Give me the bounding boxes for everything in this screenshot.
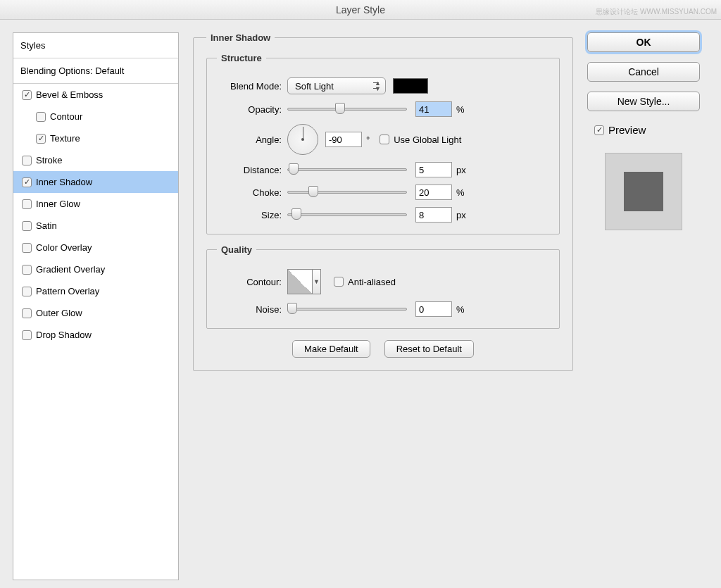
choke-label: Choke: <box>217 187 287 198</box>
window-title: Layer Style <box>336 4 385 15</box>
distance-input[interactable] <box>415 162 452 177</box>
titlebar: Layer Style 思缘设计论坛 WWW.MISSYUAN.COM <box>0 0 721 20</box>
style-label: Stroke <box>36 155 63 165</box>
style-label: Inner Glow <box>36 199 80 209</box>
opacity-slider[interactable] <box>287 104 407 115</box>
quality-legend: Quality <box>217 244 256 255</box>
opacity-unit: % <box>456 104 465 115</box>
style-label: Pattern Overlay <box>36 286 99 296</box>
choke-slider[interactable] <box>287 187 407 198</box>
style-checkbox[interactable] <box>36 134 46 144</box>
opacity-label: Opacity: <box>217 104 287 115</box>
style-checkbox[interactable] <box>22 287 32 296</box>
reset-default-button[interactable]: Reset to Default <box>384 340 474 358</box>
style-label: Color Overlay <box>36 242 92 253</box>
preview-checkbox[interactable] <box>594 125 604 135</box>
angle-unit: ° <box>366 135 370 145</box>
styles-item-pattern-overlay[interactable]: Pattern Overlay <box>13 280 178 302</box>
style-label: Texture <box>50 133 80 144</box>
style-checkbox[interactable] <box>22 308 32 318</box>
right-column: OK Cancel New Style... Preview <box>587 32 700 230</box>
noise-slider[interactable] <box>287 304 407 315</box>
distance-label: Distance: <box>217 165 287 175</box>
global-light-label: Use Global Light <box>394 135 461 145</box>
size-unit: px <box>456 210 466 220</box>
make-default-button[interactable]: Make Default <box>292 340 370 358</box>
noise-label: Noise: <box>217 304 287 315</box>
style-checkbox[interactable] <box>22 221 32 231</box>
blend-mode-value: Soft Light <box>295 81 334 92</box>
shadow-color-swatch[interactable] <box>393 78 428 94</box>
ok-button[interactable]: OK <box>587 32 700 52</box>
style-checkbox[interactable] <box>22 199 32 209</box>
antialiased-label: Anti-aliased <box>348 277 396 287</box>
styles-item-drop-shadow[interactable]: Drop Shadow <box>13 324 178 346</box>
styles-item-inner-glow[interactable]: Inner Glow <box>13 193 178 215</box>
noise-input[interactable] <box>415 301 452 317</box>
size-input[interactable] <box>415 207 452 223</box>
style-label: Drop Shadow <box>36 330 92 340</box>
noise-unit: % <box>456 304 465 315</box>
dialog-body: Styles Blending Options: Default Bevel &… <box>0 20 721 588</box>
style-checkbox[interactable] <box>22 243 32 253</box>
styles-item-stroke[interactable]: Stroke <box>13 149 178 171</box>
blend-mode-label: Blend Mode: <box>217 81 287 92</box>
style-checkbox[interactable] <box>22 90 32 100</box>
center-panel: Inner Shadow Structure Blend Mode: Soft … <box>193 32 573 580</box>
style-label: Outer Glow <box>36 308 82 318</box>
choke-unit: % <box>456 187 465 198</box>
angle-label: Angle: <box>217 135 287 145</box>
styles-item-contour[interactable]: Contour <box>13 106 178 127</box>
angle-dial[interactable] <box>287 124 318 155</box>
panel-title: Inner Shadow <box>206 32 275 43</box>
styles-item-outer-glow[interactable]: Outer Glow <box>13 302 178 324</box>
blend-mode-select[interactable]: Soft Light ▲▼ <box>287 77 386 94</box>
style-checkbox[interactable] <box>22 330 32 340</box>
cancel-button[interactable]: Cancel <box>587 62 700 82</box>
size-label: Size: <box>217 210 287 220</box>
watermark: 思缘设计论坛 WWW.MISSYUAN.COM <box>596 2 717 22</box>
style-label: Satin <box>36 220 57 231</box>
preview-swatch <box>624 172 663 211</box>
preview-label: Preview <box>608 124 646 136</box>
angle-input[interactable] <box>325 132 362 147</box>
chevron-updown-icon: ▲▼ <box>375 80 381 92</box>
styles-list: Styles Blending Options: Default Bevel &… <box>13 32 179 580</box>
contour-label: Contour: <box>217 277 287 287</box>
distance-unit: px <box>456 165 466 175</box>
style-label: Contour <box>50 111 82 122</box>
structure-legend: Structure <box>217 53 266 63</box>
styles-item-inner-shadow[interactable]: Inner Shadow <box>13 171 178 193</box>
styles-item-texture[interactable]: Texture <box>13 127 178 149</box>
choke-input[interactable] <box>415 184 452 200</box>
styles-item-gradient-overlay[interactable]: Gradient Overlay <box>13 258 178 280</box>
structure-group: Structure Blend Mode: Soft Light ▲▼ Opac… <box>206 53 560 234</box>
default-buttons: Make Default Reset to Default <box>206 340 560 358</box>
preview-box <box>605 153 682 230</box>
new-style-button[interactable]: New Style... <box>587 92 700 111</box>
style-checkbox[interactable] <box>22 156 32 165</box>
style-checkbox[interactable] <box>22 177 32 187</box>
blending-options[interactable]: Blending Options: Default <box>13 58 178 84</box>
inner-shadow-group: Inner Shadow Structure Blend Mode: Soft … <box>193 32 573 371</box>
style-label: Gradient Overlay <box>36 264 105 275</box>
styles-header[interactable]: Styles <box>13 33 178 58</box>
style-label: Bevel & Emboss <box>36 89 103 100</box>
style-checkbox[interactable] <box>22 265 32 275</box>
styles-item-color-overlay[interactable]: Color Overlay <box>13 237 178 258</box>
quality-group: Quality Contour: ▼ Anti-aliased Noise: % <box>206 244 560 329</box>
contour-preview[interactable] <box>287 269 313 294</box>
antialiased-checkbox[interactable] <box>334 277 344 287</box>
size-slider[interactable] <box>287 209 407 220</box>
global-light-checkbox[interactable] <box>380 135 389 144</box>
contour-dropdown[interactable]: ▼ <box>313 269 321 294</box>
styles-item-satin[interactable]: Satin <box>13 215 178 237</box>
style-label: Inner Shadow <box>36 177 92 187</box>
opacity-input[interactable] <box>415 101 452 117</box>
style-checkbox[interactable] <box>36 112 46 122</box>
styles-item-bevel-emboss[interactable]: Bevel & Emboss <box>13 84 178 106</box>
distance-slider[interactable] <box>287 164 407 175</box>
